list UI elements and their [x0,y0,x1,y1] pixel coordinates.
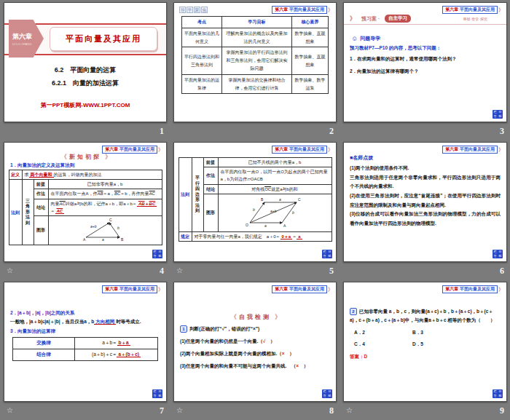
answer-label: 答案： [350,354,364,359]
preview-lead: 预习教材P7—P10 的内容，思考以下问题： [350,45,506,52]
table-row: 交换律 a＋b＝b＋a [13,338,158,349]
question-number-icon: 2 [350,308,357,315]
cell: 向量AC叫做a与b的和，记作a＋b，即a＋b＝AB＋BC＝AC [48,199,162,215]
cell-footer: ☆ 6 [343,262,507,280]
slide-thumbnail-1[interactable]: 第六章 DI LIU ZHANG 平面向量及其应用 6.2 平面向量的运算 6.… [4,2,167,122]
slide-number: 4 [160,266,164,277]
nav-char: 导 [322,254,327,258]
options: A．2 B．3 C．4 D．5 [354,330,506,348]
section-pill: 自主学习 [385,15,411,23]
nav-char: 航 [498,394,503,398]
cell: 求两个向量和的运算，叫做向量的加法 [22,170,162,180]
option-a: A．2 [354,330,412,336]
sorter-cell-7: 第六章 平面向量及其应用 》 2．|a＋b|，|a|，|b|之间的关系 一般地，… [0,280,170,420]
chevron-icon: 》 [350,15,356,23]
nav-badge: 栏 目 导 航 [152,389,162,398]
slide-number: 1 [160,126,164,137]
tag-char: 焦 [201,7,208,13]
text: ） [285,351,294,356]
chapter-badge: 第六章 平面向量及其应用 [102,146,157,154]
chapter-badge-chapter: 第六章 [445,287,458,291]
nav-badge: 栏 目 导 航 [493,110,503,119]
answer-blank: 0＋a [280,234,293,239]
figure-cell: A B C a b a+b [48,215,162,245]
chapter-badge-title: 平面向量及其应用 [289,147,324,151]
nav-badge: 栏 目 导 航 [493,250,503,258]
table-row: 规定 对于零向量与任一向量a，我们规定 a＋0＝0＋a＝a [178,231,332,241]
cell-footer: ☆ 9 [343,402,507,419]
text: 已知非零向量 a，b，c，则向量(a＋c)＋b，b＋(a＋c)，b＋(c＋a)，… [350,309,495,322]
row-label: 规定 [178,231,192,241]
chapter-badge: 第六章 平面向量及其应用 [102,285,157,293]
text: 对角线 [251,187,264,191]
tips-line: 三角形法则适用于任意两个非零向量求和，平行四边形法则只适用于两个不共线的向量求和… [350,173,501,191]
slide-number: 3 [500,126,504,137]
cell: 在平面内任取一点O，以同一点O为起点的两个已知向量a，b为邻边作▱OACB [218,167,332,184]
sorter-cell-9: 第六章 平面向量及其应用 》 2已知非零向量 a，b，c，则向量(a＋c)＋b，… [340,280,510,420]
section-title: 自我检测 [239,314,271,320]
table-row: 结合律 (a＋b)＋c＝a＋(b＋c) [13,349,158,361]
text: 对于零向量与任一向量a，我们规定 a＋0＝ [195,234,280,239]
nav-char: 导 [493,254,498,258]
slide-number: 5 [329,266,334,277]
deco-chevron-right: 》 [105,154,109,160]
transition-star-icon: ☆ [7,407,13,414]
smiley-icon: ☺ [351,35,358,42]
answer-blank: a＋(b＋c) [117,352,141,357]
cell-footer: ☆ 8 [173,402,337,419]
cell: 数学抽象、直观想象 [291,47,328,74]
slide-thumbnail-3[interactable]: 第六章 平面向量及其应用 》 》 预习案 · 自主学习 释疑·导学·探究 ☺ 问… [343,2,507,122]
text: ） [265,338,275,344]
answer-blank: b＋a [117,340,130,346]
judge-item: (3)任意两个向量的和向量不可能与这两个向量共线. （× ） [180,363,330,370]
nav-badge: 栏 目 导 航 [322,389,332,398]
diagonal-label: a+b [270,209,277,213]
cell: 掌握向量加法的交换律和结合律，会用它们进行计算 [222,74,292,94]
chevron-icon: 》 [498,286,503,293]
sorter-cell-8: 第六章 平面向量及其应用 》 《 自我检测 》 1判断(正确的打“√”，错误的打… [170,280,340,420]
cell-footer: ☆ 4 [4,262,167,280]
text: 一般地，|a＋b|≤|a|＋|b|，当且仅当a，b [10,319,94,324]
tips-heading: ■名师点拨 [350,154,506,162]
slide-thumbnail-2[interactable]: 第六章 平面向量及其应用 》 导 学 聚 焦 考点 学习目标 核心素养 平面向量… [173,2,337,122]
laws-table: 交换律 a＋b＝b＋a 结合律 (a＋b)＋c＝a＋(b＋c) [12,337,158,361]
chapter-arrow: 第六章 DI LIU ZHANG [9,20,44,58]
lesson-title: 6.2.1 向量的加法运算 [4,79,166,88]
slide-thumbnail-9[interactable]: 第六章 平面向量及其应用 》 2已知非零向量 a，b，c，则向量(a＋c)＋b，… [343,282,507,402]
judge-lead: 1判断(正确的打“√”，错误的打“×”) [180,325,330,333]
table-row: 平面向量加法的运算律 掌握向量加法的交换律和结合律，会用它们进行计算 数学抽象、… [182,74,329,94]
rule-table: 法则 平行四边形法则 前提 已知不共线的两个向量a，b 作法 在平面内任取一点O… [178,157,332,242]
vector: OC [264,187,271,191]
tips-line: (2)在使用三角形法则时，应注意“首尾连接”；在使用平行四边形法则时应注意范围的… [350,191,501,210]
cell: 平面向量加法的几何意义 [182,28,222,47]
tag-char: 导 [179,7,186,13]
judge-item: (2)两个向量相加实际上就是两个向量的模相加.（× ） [180,351,330,357]
sub-label: 作法 [34,189,48,199]
vertex-label: O [246,223,248,227]
template-credit: 第一PPT模板网-WWW.1PPT.COM [4,101,166,109]
slide-thumbnail-6[interactable]: 第六章 平面向量及其应用 》 ■名师点拨 (1)两个法则的使用条件不同. 三角形… [343,142,507,262]
question-1: 1．在求两向量和的运算时，通常使用哪两个法则？ [350,56,501,63]
col-header: 学习目标 [222,17,292,28]
option-b: B．3 [412,330,471,336]
slide-thumbnail-7[interactable]: 第六章 平面向量及其应用 》 2．|a＋b|，|a|，|b|之间的关系 一般地，… [4,282,167,402]
slide-thumbnail-5[interactable]: 第六章 平面向量及其应用 》 法则 平行四边形法则 前提 已知不共线的两个向量a… [173,142,337,262]
option-c: C．4 [354,341,412,348]
chevron-icon: 》 [328,7,333,14]
sorter-cell-5: 第六章 平面向量及其应用 》 法则 平行四边形法则 前提 已知不共线的两个向量a… [170,140,340,280]
chapter-badge-title: 平面向量及其应用 [289,7,324,12]
text: ＝a， [103,191,114,196]
tips-line: (1)两个法则的使用条件不同. [350,164,501,173]
text: 时等号成立. [116,319,141,324]
law-label: 交换律 [13,338,75,349]
sub-label: 结论 [34,199,48,215]
slide-thumbnail-8[interactable]: 第六章 平面向量及其应用 》 《 自我检测 》 1判断(正确的打“√”，错误的打… [173,282,337,402]
slide-thumbnail-4[interactable]: 第六章 平面向量及其应用 》 《 新知初探 》 1．向量加法的定义及运算法则 定… [4,142,167,262]
question-2: 2．向量加法的运算律有哪两个？ [350,68,501,75]
row-label: 定义 [9,170,22,180]
text: a＋b＝ [102,340,117,345]
col-header: 核心素养 [291,17,328,28]
chapter-badge: 第六章 平面向量及其应用 [272,285,327,293]
chapter-badge-chapter: 第六章 [105,287,118,291]
chevron-icon: 》 [328,286,333,293]
